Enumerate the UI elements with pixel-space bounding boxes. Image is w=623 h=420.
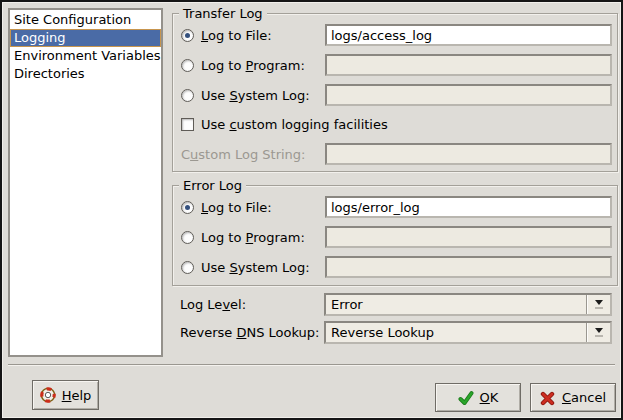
help-button-label: Help <box>62 388 92 403</box>
cancel-button[interactable]: Cancel <box>530 383 616 412</box>
error-use-system-log-label: Use System Log: <box>201 260 310 275</box>
custom-facilities-row: Use custom logging facilities <box>181 114 612 135</box>
category-list: Site Configuration Logging Environment V… <box>8 8 163 357</box>
custom-facilities-label: Use custom logging facilities <box>201 117 388 132</box>
error-log-to-program-radio[interactable] <box>181 231 194 244</box>
error-log-program-input <box>325 226 612 248</box>
cancel-button-label: Cancel <box>562 390 606 405</box>
ok-button-label: OK <box>480 390 499 405</box>
transfer-log-group: Transfer Log Log to File: Log to Program… <box>172 13 618 172</box>
transfer-use-system-log-row: Use System Log: <box>181 84 612 106</box>
custom-log-string-input <box>325 143 612 165</box>
log-level-select[interactable]: Error <box>324 293 612 316</box>
transfer-log-program-input <box>325 54 612 76</box>
transfer-log-to-program-radio[interactable] <box>181 59 194 72</box>
logging-settings-dialog: Site Configuration Logging Environment V… <box>0 0 623 420</box>
help-button[interactable]: Help <box>32 380 99 410</box>
transfer-log-to-file-label: Log to File: <box>201 28 272 43</box>
lifebuoy-icon <box>40 387 56 403</box>
error-log-title: Error Log <box>179 177 246 194</box>
error-log-to-program-row: Log to Program: <box>181 226 612 248</box>
log-level-value: Error <box>326 295 586 314</box>
log-level-row: Log Level: Error <box>180 293 612 316</box>
error-system-log-input <box>325 256 612 278</box>
sidebar-item-directories[interactable]: Directories <box>10 65 161 83</box>
error-use-system-log-row: Use System Log: <box>181 256 612 278</box>
transfer-system-log-input <box>325 84 612 106</box>
sidebar-item-environment-variables[interactable]: Environment Variables <box>10 47 161 65</box>
error-use-system-log-radio[interactable] <box>181 261 194 274</box>
reverse-dns-value: Reverse Lookup <box>326 323 586 342</box>
check-icon <box>458 390 474 406</box>
error-log-to-file-radio[interactable] <box>181 201 194 214</box>
error-log-to-file-label: Log to File: <box>201 200 272 215</box>
reverse-dns-select[interactable]: Reverse Lookup <box>324 321 612 344</box>
transfer-log-to-program-label: Log to Program: <box>201 58 305 73</box>
transfer-log-to-file-row: Log to File: <box>181 24 612 46</box>
custom-log-string-label: Custom Log String: <box>181 147 305 162</box>
custom-facilities-checkbox[interactable] <box>181 118 194 131</box>
transfer-log-title: Transfer Log <box>179 5 267 22</box>
ok-button[interactable]: OK <box>435 383 521 412</box>
log-level-label: Log Level: <box>180 297 324 312</box>
custom-log-string-row: Custom Log String: <box>181 143 612 165</box>
transfer-log-to-program-row: Log to Program: <box>181 54 612 76</box>
dropdown-arrow-icon <box>587 295 610 314</box>
transfer-use-system-log-label: Use System Log: <box>201 88 310 103</box>
error-log-file-input[interactable] <box>325 196 612 218</box>
error-log-to-file-row: Log to File: <box>181 196 612 218</box>
error-log-to-program-label: Log to Program: <box>201 230 305 245</box>
transfer-log-file-input[interactable] <box>325 24 612 46</box>
sidebar-item-logging[interactable]: Logging <box>10 29 161 47</box>
transfer-use-system-log-radio[interactable] <box>181 89 194 102</box>
transfer-log-to-file-radio[interactable] <box>181 29 194 42</box>
cross-icon <box>540 390 556 406</box>
reverse-dns-row: Reverse DNS Lookup: Reverse Lookup <box>180 321 612 344</box>
reverse-dns-label: Reverse DNS Lookup: <box>180 325 324 340</box>
sidebar-item-site-configuration[interactable]: Site Configuration <box>10 11 161 29</box>
error-log-group: Error Log Log to File: Log to Program: <box>172 185 618 286</box>
footer-separator <box>8 364 615 365</box>
dropdown-arrow-icon <box>587 323 610 342</box>
